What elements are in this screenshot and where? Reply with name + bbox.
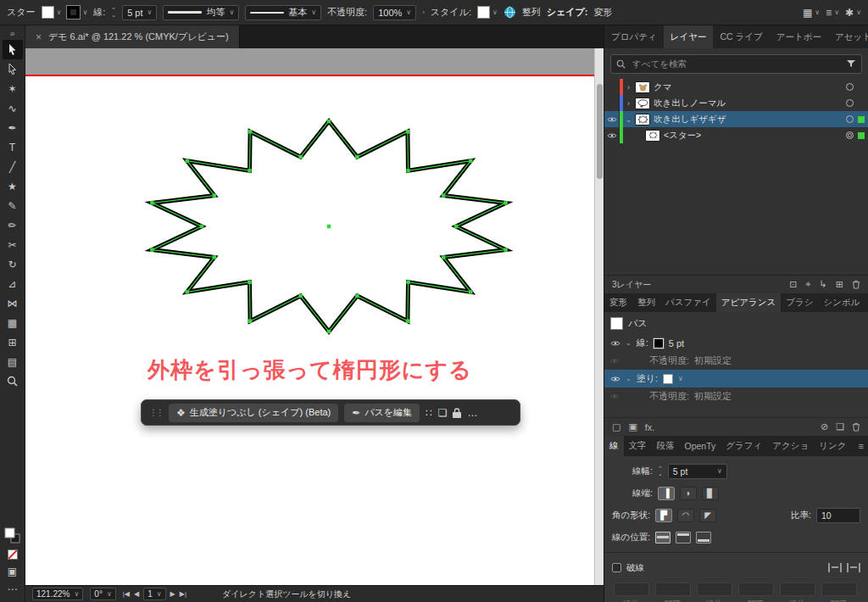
eye-icon[interactable]: [610, 340, 620, 347]
tab-layers[interactable]: レイヤー: [664, 25, 714, 48]
butt-cap-button[interactable]: ▐: [658, 487, 675, 500]
gap-input[interactable]: [655, 582, 691, 596]
direct-selection-tool[interactable]: [3, 59, 23, 79]
layer-thumbnail[interactable]: [635, 114, 650, 125]
add-fill-icon[interactable]: ▣: [628, 421, 637, 432]
add-stroke-icon[interactable]: ▢: [612, 421, 620, 432]
rotate-tool[interactable]: ↻: [3, 254, 23, 274]
chevron-down-icon[interactable]: ⌄: [626, 339, 632, 347]
layer-row[interactable]: ⌄ 吹き出しギザギザ: [604, 111, 868, 127]
collapse-tools-button[interactable]: »: [3, 26, 23, 40]
tab-artboards[interactable]: アートボー: [770, 25, 828, 48]
fill-stroke-indicator[interactable]: [4, 527, 21, 544]
paintbrush-tool[interactable]: ✎: [3, 196, 23, 215]
visibility-toggle[interactable]: [604, 95, 620, 111]
projecting-cap-button[interactable]: ▊: [702, 487, 719, 500]
more-options-button[interactable]: …: [467, 407, 477, 419]
layer-thumbnail[interactable]: [645, 130, 660, 142]
none-color-chip[interactable]: [8, 549, 18, 560]
panel-menu-icon[interactable]: ≡: [852, 436, 868, 456]
visibility-toggle[interactable]: [604, 79, 620, 95]
stroke-color-picker[interactable]: ∨: [67, 6, 87, 19]
visibility-toggle[interactable]: [604, 127, 620, 143]
layer-name[interactable]: 吹き出しノーマル: [654, 98, 846, 109]
drawing-mode-icon[interactable]: ▣: [3, 565, 23, 578]
stroke-color-swatch[interactable]: [654, 338, 664, 348]
dash-input[interactable]: [697, 582, 732, 596]
chevron-down-icon[interactable]: ⌄: [626, 375, 632, 382]
document-tab[interactable]: × デモ 6.ai* @ 121.22 % (CMYK/プレビュー): [25, 25, 240, 48]
canvas-area[interactable]: 外枠を引っ張って楕円形にする ⋮⋮ ❖ 生成塗りつぶし (シェイプ) (Beta…: [25, 48, 604, 585]
align-stroke-outside-button[interactable]: [696, 532, 711, 543]
star-shape[interactable]: [134, 113, 524, 343]
tab-actions[interactable]: アクショ: [767, 436, 814, 456]
magic-wand-tool[interactable]: ✶: [3, 79, 23, 98]
expand-arrow-icon[interactable]: ⌄: [623, 115, 634, 124]
stepper-down-icon[interactable]: ⌄: [658, 471, 663, 477]
visibility-toggle[interactable]: [604, 111, 620, 127]
layer-thumbnail[interactable]: [635, 98, 650, 109]
tab-opentype[interactable]: OpenTy: [680, 436, 721, 456]
opacity-row-value[interactable]: 初期設定: [694, 354, 732, 367]
gradient-tool[interactable]: ▤: [3, 352, 23, 371]
rotation-select[interactable]: 0° ∨: [90, 588, 115, 600]
stroke-width-select[interactable]: 5 pt ∨: [122, 5, 157, 20]
appearance-fill-row[interactable]: ⌄ 塗り: ∨: [604, 370, 868, 387]
layers-search-box[interactable]: [610, 54, 862, 74]
layer-name[interactable]: <スター>: [664, 130, 846, 142]
locate-object-icon[interactable]: ⌖: [805, 279, 810, 290]
add-effect-button[interactable]: fx.: [645, 422, 813, 432]
free-transform-tool[interactable]: ▦: [3, 313, 23, 332]
line-segment-tool[interactable]: ╱: [3, 157, 23, 176]
next-artboard-button[interactable]: ▶: [170, 590, 175, 598]
align-button[interactable]: 整列: [522, 6, 541, 19]
dash-align-icon[interactable]: [847, 563, 860, 572]
generative-fill-button[interactable]: ❖ 生成塗りつぶし (シェイプ) (Beta): [169, 404, 338, 422]
panel-menu-icon[interactable]: ≡: [865, 293, 868, 312]
opacity-row-value[interactable]: 初期設定: [694, 390, 732, 403]
last-artboard-button[interactable]: ▶|: [180, 590, 186, 598]
vertical-scrollbar[interactable]: [594, 48, 604, 585]
target-indicator[interactable]: [846, 115, 854, 123]
edit-path-button[interactable]: ✒ パスを編集: [344, 404, 420, 422]
dashed-line-checkbox[interactable]: [612, 563, 621, 572]
delete-item-icon[interactable]: [852, 422, 860, 432]
new-layer-icon[interactable]: ⊞: [836, 279, 843, 290]
align-stroke-inside-button[interactable]: [676, 532, 691, 543]
tab-graphic-styles[interactable]: グラフィ: [721, 436, 767, 456]
stepper-down-icon[interactable]: ⌄: [111, 13, 116, 18]
width-tool[interactable]: ⋈: [3, 293, 23, 313]
bevel-join-button[interactable]: ◤: [699, 509, 716, 522]
artboard-number-select[interactable]: 1 ∨: [143, 588, 165, 600]
fill-color-swatch[interactable]: [663, 374, 673, 384]
target-indicator[interactable]: [846, 99, 854, 107]
transform-button[interactable]: 変形: [594, 6, 613, 19]
stroke-row-value[interactable]: 5 pt: [669, 338, 684, 348]
prev-artboard-button[interactable]: ◀: [134, 590, 139, 598]
selection-tool[interactable]: [3, 40, 23, 59]
tab-assets[interactable]: アセットの: [828, 25, 868, 48]
gap-input[interactable]: [738, 582, 774, 596]
gap-input[interactable]: [821, 582, 857, 596]
round-cap-button[interactable]: ◗: [680, 487, 697, 500]
layer-row[interactable]: › 吹き出しノーマル: [604, 95, 868, 111]
tab-appearance[interactable]: アピアランス: [716, 293, 781, 312]
stroke-opacity-row[interactable]: 不透明度: 初期設定: [604, 352, 868, 370]
layer-row[interactable]: › クマ: [604, 79, 868, 95]
tab-brushes[interactable]: ブラシ: [781, 293, 818, 312]
zoom-tool[interactable]: [3, 371, 23, 391]
appearance-st roke-row[interactable]: ⌄ 線: 5 pt: [604, 334, 868, 352]
stroke-width-stepper[interactable]: ⌃ ⌄: [111, 8, 116, 18]
type-tool[interactable]: T: [3, 137, 23, 157]
align-stroke-center-button[interactable]: [655, 532, 670, 543]
brush-select[interactable]: 基本 ∨: [245, 5, 321, 20]
layer-name[interactable]: クマ: [654, 81, 846, 93]
eye-icon[interactable]: [610, 376, 620, 382]
miter-limit-input[interactable]: 10: [816, 508, 860, 523]
miter-join-button[interactable]: ▛: [655, 509, 672, 522]
star-shape-tool[interactable]: ★: [3, 176, 23, 196]
expand-arrow-icon[interactable]: ›: [623, 83, 634, 92]
expand-arrow-icon[interactable]: ›: [623, 99, 634, 108]
edit-toolbar-button[interactable]: ⋯: [3, 583, 23, 595]
delete-layer-icon[interactable]: [852, 280, 860, 289]
